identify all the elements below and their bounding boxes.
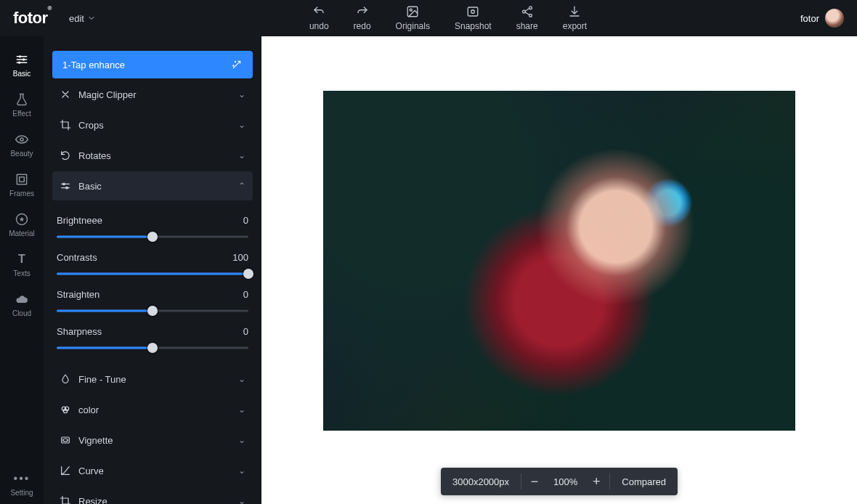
rail-frames[interactable]: Frames: [0, 165, 44, 205]
snapshot-button[interactable]: Snapshot: [455, 5, 492, 31]
curve-icon: [57, 465, 74, 476]
rail-material[interactable]: Material: [0, 205, 44, 245]
slider-thumb[interactable]: [147, 343, 158, 353]
frame-icon: [15, 172, 29, 187]
slider-thumb[interactable]: [243, 269, 253, 279]
rotate-icon: [57, 150, 74, 161]
svg-point-10: [20, 138, 23, 141]
avatar: [825, 9, 844, 28]
svg-rect-2: [468, 7, 479, 16]
edit-panel: 1-Tap enhance Magic Clipper ⌄ Crops ⌄ Ro…: [44, 36, 261, 504]
undo-button[interactable]: undo: [309, 5, 329, 31]
slider-label: Brightneee: [57, 215, 102, 226]
slider-thumb[interactable]: [147, 232, 158, 242]
section-curve[interactable]: Curve ⌄: [52, 456, 253, 485]
eye-icon: [15, 132, 29, 147]
svg-rect-11: [17, 174, 26, 184]
text-icon: T: [15, 252, 29, 267]
canvas-area: 3000x2000px − 100% + Compared: [261, 36, 857, 504]
wand-icon: [231, 59, 243, 70]
slider-value: 100: [232, 252, 248, 263]
image-dimensions: 3000x2000px: [441, 468, 521, 495]
slider-track[interactable]: [57, 306, 248, 316]
chevron-down-icon: ⌄: [238, 496, 245, 504]
user-account[interactable]: fotor: [800, 9, 844, 28]
chevron-down-icon: [87, 14, 96, 23]
download-icon: [568, 5, 581, 18]
sliders-icon: [57, 180, 74, 192]
svg-point-1: [410, 9, 413, 11]
share-button[interactable]: share: [516, 5, 538, 31]
cloud-icon: [15, 292, 29, 306]
section-vignette[interactable]: Vignette ⌄: [52, 426, 253, 455]
camera-icon: [466, 5, 479, 18]
rail-basic[interactable]: Basic: [0, 45, 44, 85]
zoom-in-button[interactable]: +: [583, 474, 609, 489]
vignette-icon: [57, 434, 74, 446]
svg-point-7: [19, 55, 21, 57]
slider-value: 0: [243, 289, 248, 300]
slider-value: 0: [243, 326, 248, 337]
rail-texts[interactable]: T Texts: [0, 245, 44, 285]
svg-point-3: [471, 10, 475, 14]
compare-button[interactable]: Compared: [610, 468, 678, 495]
chevron-down-icon: ⌄: [238, 120, 245, 130]
section-resize[interactable]: Resize ⌄: [52, 487, 253, 504]
slider-track[interactable]: [57, 343, 248, 353]
zoom-out-button[interactable]: −: [521, 474, 548, 489]
slider-contrasts: Contrasts100: [57, 252, 248, 279]
chevron-up-icon: ⌃: [238, 181, 245, 191]
section-color[interactable]: color ⌄: [52, 395, 253, 424]
originals-button[interactable]: Originals: [396, 5, 430, 31]
slider-label: Contrasts: [57, 252, 97, 263]
redo-icon: [356, 5, 369, 18]
app-header: fotor® edit undo redo Originals Snapshot…: [0, 0, 857, 36]
chevron-down-icon: ⌄: [238, 435, 245, 445]
chevron-down-icon: ⌄: [238, 466, 245, 476]
redo-button[interactable]: redo: [354, 5, 371, 31]
canvas-status-bar: 3000x2000px − 100% + Compared: [441, 468, 678, 495]
section-crops[interactable]: Crops ⌄: [52, 110, 253, 139]
slider-value: 0: [243, 215, 248, 226]
mode-dropdown[interactable]: edit: [69, 13, 96, 24]
rail-beauty[interactable]: Beauty: [0, 125, 44, 165]
app-logo: fotor®: [13, 9, 52, 28]
svg-point-20: [63, 439, 68, 442]
rail-effect[interactable]: Effect: [0, 85, 44, 125]
section-rotates[interactable]: Rotates ⌄: [52, 141, 253, 170]
sliders-icon: [15, 52, 29, 67]
edited-photo: [323, 91, 795, 431]
svg-point-9: [18, 62, 20, 64]
slider-straighten: Straighten0: [57, 289, 248, 316]
section-fine-tune[interactable]: Fine - Tune ⌄: [52, 365, 253, 394]
one-tap-enhance-button[interactable]: 1-Tap enhance: [52, 51, 253, 78]
slider-thumb[interactable]: [147, 306, 158, 316]
slider-track[interactable]: [57, 269, 248, 279]
header-actions: undo redo Originals Snapshot share expor…: [96, 5, 800, 31]
slider-label: Straighten: [57, 289, 99, 300]
mode-label: edit: [69, 13, 84, 24]
chevron-down-icon: ⌄: [238, 405, 245, 415]
more-icon: •••: [15, 471, 29, 486]
basic-sliders: Brightneee0 Contrasts100 Straighten0 Sha…: [52, 200, 253, 363]
username: fotor: [800, 13, 819, 24]
palette-icon: [57, 404, 74, 415]
export-button[interactable]: export: [563, 5, 587, 31]
crop-icon: [57, 119, 74, 131]
svg-rect-12: [20, 177, 25, 182]
zoom-level: 100%: [548, 468, 583, 495]
slider-label: Sharpness: [57, 326, 102, 337]
chevron-down-icon: ⌄: [238, 89, 245, 99]
section-magic-clipper[interactable]: Magic Clipper ⌄: [52, 80, 253, 109]
slider-track[interactable]: [57, 232, 248, 242]
rail-setting[interactable]: ••• Setting: [0, 464, 44, 504]
rail-cloud[interactable]: Cloud: [0, 285, 44, 325]
slider-brightness: Brightneee0: [57, 215, 248, 242]
enhance-label: 1-Tap enhance: [62, 60, 125, 70]
star-circle-icon: [15, 212, 29, 227]
tool-rail: Basic Effect Beauty Frames Material T Te…: [0, 36, 44, 504]
chevron-down-icon: ⌄: [238, 374, 245, 384]
image-canvas[interactable]: [323, 91, 795, 431]
share-icon: [521, 5, 534, 18]
section-basic[interactable]: Basic ⌃: [52, 171, 253, 200]
